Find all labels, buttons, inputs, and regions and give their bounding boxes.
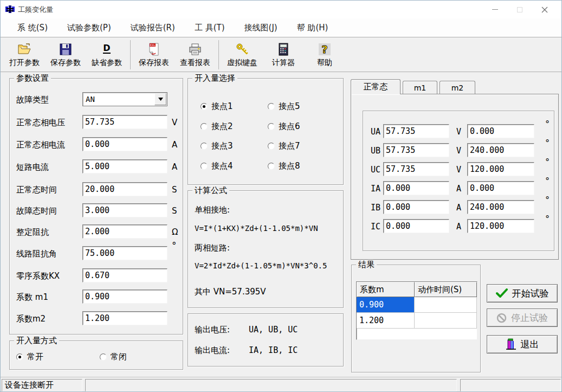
uc-magnitude-field[interactable] [383,162,449,176]
normal-state-time-field[interactable] [82,182,167,196]
field-label: 整定阻抗 [16,227,49,237]
ib-angle-field[interactable] [467,200,534,214]
ia-magnitude-field[interactable] [383,181,449,195]
normal-phase-current-field[interactable] [82,137,167,151]
view-report-button[interactable]: 查看报表 [175,39,216,70]
radio-contact-5[interactable]: 接点5 [268,101,300,112]
toolbar-separator [130,40,131,69]
menu-test-report[interactable]: 试验报告(R) [126,21,180,35]
radio-dot [201,143,208,150]
radio-normally-closed[interactable]: 常闭 [100,352,127,362]
column-header-m: 系数m [357,282,415,297]
open-params-button[interactable]: 打开参数 [4,39,45,70]
help-question-icon: ? [318,42,331,57]
ib-magnitude-field[interactable] [383,200,449,214]
fault-type-combo[interactable]: AN [82,92,167,106]
phase-unit: V [456,127,461,137]
app-window: 工频变化量 系 统(S) 试验参数(P) 试验报告(R) 工 具(T) 接线图(… [0,0,562,392]
menu-help[interactable]: 帮 助(H) [292,21,333,35]
short-circuit-current-field[interactable] [82,159,167,173]
formula-line: 其中 VN=57.395V [195,287,266,297]
param-settings-group: 参数设置 故障类型 AN 正常态相电压 V 正常态相电流 A 短路电流 A 正常… [9,78,183,335]
radio-contact-3[interactable]: 接点3 [201,141,233,151]
exit-door-icon [506,338,516,350]
fault-state-time-field[interactable] [82,203,167,217]
ua-angle-field[interactable] [467,124,534,138]
calculator-icon [279,42,288,57]
default-params-button[interactable]: D 缺省参数 [86,39,127,70]
virtual-keyboard-button[interactable]: 虚拟键盘 [222,39,263,70]
coeff-m1-field[interactable] [82,290,167,304]
zero-seq-coeff-field[interactable] [82,268,167,282]
maximize-button[interactable] [507,1,532,18]
input-mode-group: 开入量方式 常开 常闭 [9,340,183,370]
formula-group: 计算公式 单相接地: V=I*(1+KX)*Zd+(1-1.05*m)*VN 两… [188,190,344,308]
tab-m2[interactable]: m2 [440,81,475,94]
uc-angle-field[interactable] [467,162,534,176]
exit-button[interactable]: 退出 [487,335,558,354]
radio-contact-6[interactable]: 接点6 [268,121,300,132]
calculator-button[interactable]: 计算器 [263,39,304,70]
client-area: 参数设置 故障类型 AN 正常态相电压 V 正常态相电流 A 短路电流 A 正常… [1,72,562,377]
stop-test-button: 停止试验 [487,309,558,327]
results-table[interactable]: 系数m 动作时间(S) 0.900 1.200 [356,281,477,340]
radio-contact-4[interactable]: 接点4 [201,161,233,171]
results-title: 结果 [356,260,377,269]
radio-contact-7[interactable]: 接点7 [268,141,300,151]
menu-test-params[interactable]: 试验参数(P) [62,21,116,35]
setting-impedance-field[interactable] [82,224,167,239]
normal-phase-voltage-field[interactable] [82,115,167,129]
tab-normal-state[interactable]: 正常态 [351,79,400,94]
status-segment [85,379,457,391]
table-row[interactable]: 1.200 [357,313,477,329]
menu-tools[interactable]: 工 具(T) [190,21,230,35]
radio-dot [268,123,275,130]
radio-contact-2[interactable]: 接点2 [201,121,233,132]
ia-angle-field[interactable] [467,181,534,195]
field-label: 系数m2 [16,314,46,324]
menu-wiring-diagram[interactable]: 接线图(J) [240,21,282,35]
radio-dot [268,163,275,170]
output-current-value: IA, IB, IC [249,345,298,355]
status-segment [460,379,561,391]
table-row[interactable]: 0.900 [357,297,477,313]
radio-normally-open[interactable]: 常开 [16,352,43,362]
ic-angle-field[interactable] [467,219,534,233]
menu-system[interactable]: 系 统(S) [12,21,53,35]
radio-dot [201,123,208,130]
degree-unit: ° [545,138,550,148]
phase-name: IC [371,222,380,232]
ua-magnitude-field[interactable] [383,124,449,138]
save-report-button[interactable]: EXL 保存报表 [133,39,175,70]
field-unit: A [172,140,177,150]
ub-angle-field[interactable] [467,143,534,157]
minimize-button[interactable] [482,1,507,18]
print-report-icon [189,42,202,57]
radio-contact-8[interactable]: 接点8 [268,161,300,171]
window-title: 工频变化量 [18,5,53,15]
degree-unit: ° [545,195,550,205]
fault-type-value: AN [86,95,95,104]
fault-type-label: 故障类型 [16,95,49,105]
ub-magnitude-field[interactable] [383,143,449,157]
ic-magnitude-field[interactable] [383,219,449,233]
degree-unit: ° [545,157,550,167]
radio-contact-1[interactable]: 接点1 [201,101,233,112]
contact-select-group: 开入量选择 接点1 接点2 接点3 接点4 接点5 接点6 接点7 接点8 [188,78,344,185]
status-bar: 设备连接断开 [1,377,561,392]
close-button[interactable] [532,1,557,18]
start-test-button[interactable]: 开始试验 [487,284,558,303]
tab-m1[interactable]: m1 [403,81,437,94]
coeff-m2-field[interactable] [82,311,167,325]
line-impedance-angle-field[interactable] [82,246,167,260]
phase-name: IA [371,184,380,194]
save-params-button[interactable]: 保存参数 [45,39,86,70]
degree-unit: ° [545,176,550,186]
param-settings-title: 参数设置 [14,74,51,83]
field-label: 短路电流 [16,162,49,172]
combo-dropdown-button[interactable] [154,93,166,105]
help-button[interactable]: ? 帮助 [304,39,345,70]
field-label: 故障态时间 [16,206,57,216]
field-unit: ° [172,240,177,251]
save-report-icon: EXL [148,42,159,57]
